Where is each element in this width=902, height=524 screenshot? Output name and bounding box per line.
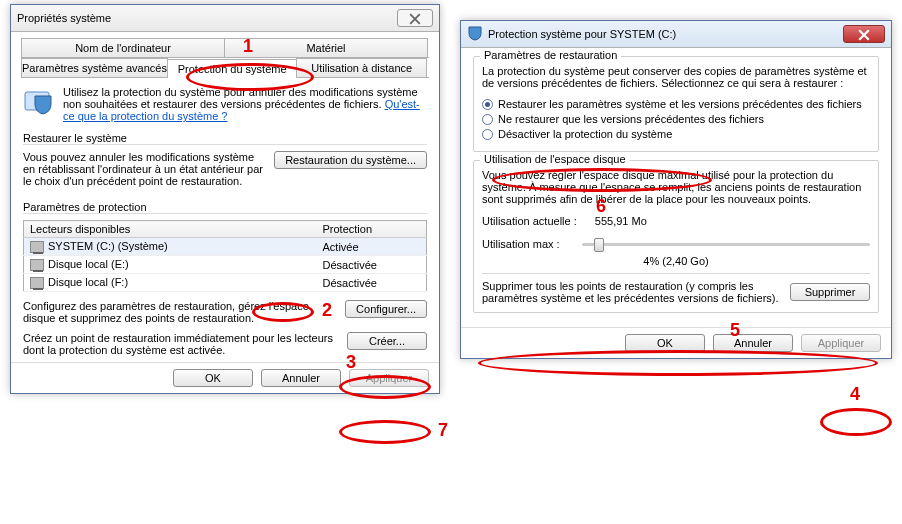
content-left: Utilisez la protection du système pour a… [11,78,439,362]
radio-disable-protection[interactable]: Désactiver la protection du système [482,128,870,140]
tabs-row2: Paramètres système avancés Protection du… [21,58,429,78]
current-usage-value: 555,91 Mo [595,215,647,227]
annotation-number-4: 4 [850,384,860,405]
disk-usage-group: Utilisation de l'espace disque Vous pouv… [473,160,879,313]
tab-system-protection[interactable]: Protection du système [167,59,298,78]
drive-status: Désactivée [317,256,427,274]
create-button[interactable]: Créer... [347,332,427,350]
system-properties-window: Propriétés système Nom de l'ordinateur M… [10,4,440,394]
drive-status: Désactivée [317,274,427,292]
drives-table: Lecteurs disponibles Protection SYSTEM (… [23,220,427,292]
max-usage-label: Utilisation max : [482,238,572,250]
apply-button[interactable]: Appliquer [801,334,881,352]
drive-name: Disque local (E:) [48,258,129,270]
apply-button[interactable]: Appliquer [349,369,429,387]
titlebar-right: Protection système pour SYSTEM (C:) [461,21,891,48]
buttonbar-left: OK Annuler Appliquer [11,362,439,393]
protection-group: Paramètres de protection Lecteurs dispon… [23,201,427,356]
tabs-row1: Nom de l'ordinateur Matériel [21,38,429,58]
max-usage-value: 4% (2,40 Go) [482,255,870,267]
tab-hardware[interactable]: Matériel [224,38,428,57]
restore-text: Vous pouvez annuler les modifications sy… [23,151,264,187]
window-title-left: Propriétés système [17,12,111,24]
radio-label: Restaurer les paramètres système et les … [498,98,862,110]
ok-button[interactable]: OK [173,369,253,387]
annotation-ring-4 [820,408,892,436]
window-title-right: Protection système pour SYSTEM (C:) [488,28,676,40]
restore-legend: Restaurer le système [23,132,427,145]
disk-usage-text: Vous pouvez régler l'espace disque maxim… [482,169,870,205]
col-drives: Lecteurs disponibles [24,221,317,238]
restore-settings-legend: Paramètres de restauration [480,49,621,61]
restore-settings-group: Paramètres de restauration La protection… [473,56,879,152]
radio-restore-files[interactable]: Ne restaurer que les versions précédente… [482,113,870,125]
delete-button[interactable]: Supprimer [790,283,870,301]
col-status: Protection [317,221,427,238]
radio-restore-full[interactable]: Restaurer les paramètres système et les … [482,98,870,110]
current-usage-label: Utilisation actuelle : [482,215,577,227]
configure-text: Configurez des paramètres de restauratio… [23,300,335,324]
max-usage-slider[interactable] [582,235,870,253]
shield-icon [23,86,55,118]
intro-block: Utilisez la protection du système pour a… [23,86,427,122]
titlebar-left: Propriétés système [11,5,439,32]
ok-button[interactable]: OK [625,334,705,352]
drive-icon [30,241,44,253]
drive-icon [30,277,44,289]
radio-dot-icon [482,114,493,125]
intro-text: Utilisez la protection du système pour a… [63,86,427,122]
table-row[interactable]: SYSTEM (C:) (Système) Activée [24,238,427,256]
protection-legend: Paramètres de protection [23,201,427,214]
table-row[interactable]: Disque local (E:) Désactivée [24,256,427,274]
drive-name: SYSTEM (C:) (Système) [48,240,168,252]
intro-text-body: Utilisez la protection du système pour a… [63,86,418,110]
radio-dot-icon [482,99,493,110]
drive-status: Activée [317,238,427,256]
radio-label: Désactiver la protection du système [498,128,672,140]
close-icon[interactable] [397,9,433,27]
cancel-button[interactable]: Annuler [713,334,793,352]
shield-icon [467,25,483,43]
annotation-number-7: 7 [438,420,448,441]
drive-name: Disque local (F:) [48,276,128,288]
system-restore-button[interactable]: Restauration du système... [274,151,427,169]
protection-config-window: Protection système pour SYSTEM (C:) Para… [460,20,892,359]
tab-computer-name[interactable]: Nom de l'ordinateur [21,38,225,57]
cancel-button[interactable]: Annuler [261,369,341,387]
tab-advanced[interactable]: Paramètres système avancés [21,58,168,77]
configure-button[interactable]: Configurer... [345,300,427,318]
radio-dot-icon [482,129,493,140]
table-row[interactable]: Disque local (F:) Désactivée [24,274,427,292]
buttonbar-right: OK Annuler Appliquer [461,327,891,358]
delete-text: Supprimer tous les points de restauratio… [482,280,780,304]
annotation-ring-7 [339,420,431,444]
disk-usage-legend: Utilisation de l'espace disque [480,153,630,165]
content-right: Paramètres de restauration La protection… [461,48,891,327]
tab-remote[interactable]: Utilisation à distance [296,58,427,77]
create-text: Créez un point de restauration immédiate… [23,332,337,356]
radio-label: Ne restaurer que les versions précédente… [498,113,764,125]
drive-icon [30,259,44,271]
restore-group: Restaurer le système Vous pouvez annuler… [23,132,427,187]
close-icon[interactable] [843,25,885,43]
restore-settings-text: La protection du système peut conserver … [482,65,870,89]
